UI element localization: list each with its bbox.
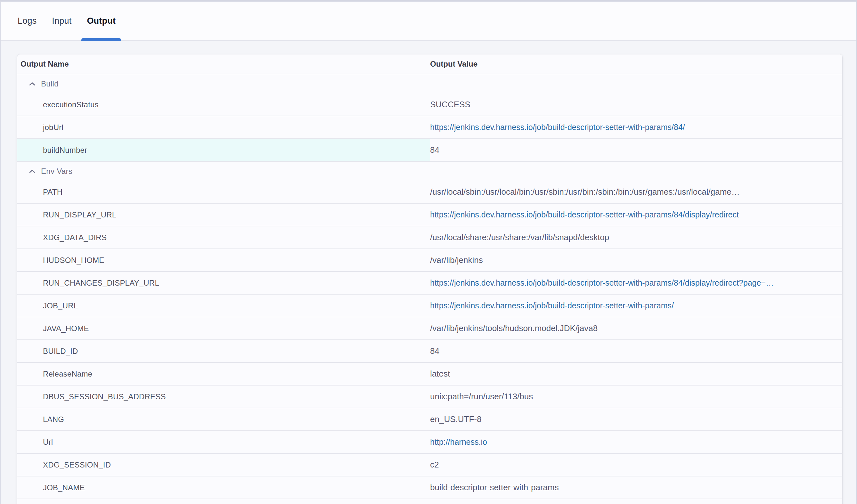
- group-toggle-env-vars[interactable]: Env Vars: [17, 162, 842, 181]
- output-name: RUN_DISPLAY_URL: [17, 204, 430, 226]
- output-value: 84: [430, 145, 439, 155]
- output-value: en_US.UTF-8: [430, 414, 481, 424]
- tab-output[interactable]: Output: [81, 2, 121, 40]
- group-toggle-build[interactable]: Build: [17, 74, 842, 94]
- table-row: LANG en_US.UTF-8: [17, 408, 842, 431]
- output-value-link[interactable]: https://jenkins.dev.harness.io/job/build…: [430, 301, 674, 310]
- output-value: 84: [430, 346, 439, 356]
- output-name: BUILD_ID: [17, 340, 430, 362]
- output-name: Url: [17, 431, 430, 453]
- table-row: HUDSON_HOME /var/lib/jenkins: [17, 249, 842, 272]
- output-table: Output Name Output Value Build execution…: [17, 54, 842, 504]
- table-row: RUN_DISPLAY_URL https://jenkins.dev.harn…: [17, 204, 842, 226]
- table-row[interactable]: buildNumber 84: [17, 139, 842, 162]
- active-tab-underline: [81, 38, 121, 41]
- chevron-up-icon: [28, 80, 36, 88]
- output-value: latest: [430, 369, 450, 379]
- table-row: JAVA_HOME /var/lib/jenkins/tools/hudson.…: [17, 317, 842, 340]
- output-value-link[interactable]: https://jenkins.dev.harness.io/job/build…: [430, 123, 685, 132]
- tab-input[interactable]: Input: [47, 2, 77, 40]
- output-name: jobUrl: [17, 116, 430, 138]
- output-value: /var/lib/jenkins: [430, 255, 483, 265]
- output-name: RUN_CHANGES_DISPLAY_URL: [17, 272, 430, 294]
- output-value: SUCCESS: [430, 100, 470, 110]
- output-name: DBUS_SESSION_BUS_ADDRESS: [17, 386, 430, 408]
- column-header-output-value: Output Value: [430, 60, 842, 68]
- column-header-output-name: Output Name: [17, 60, 430, 68]
- table-row: executionStatus SUCCESS: [17, 94, 842, 116]
- output-value: /usr/local/sbin:/usr/local/bin:/usr/sbin…: [430, 187, 740, 197]
- chevron-up-icon: [28, 167, 36, 176]
- table-row: XDG_SESSION_ID c2: [17, 454, 842, 476]
- table-row: DBUS_SESSION_BUS_ADDRESS unix:path=/run/…: [17, 386, 842, 408]
- output-value: unix:path=/run/user/113/bus: [430, 392, 533, 402]
- table-row: Url http://harness.io: [17, 431, 842, 454]
- table-row: XDG_DATA_DIRS /usr/local/share:/usr/shar…: [17, 226, 842, 249]
- table-row: jobUrl https://jenkins.dev.harness.io/jo…: [17, 116, 842, 139]
- output-value: /var/lib/jenkins/tools/hudson.model.JDK/…: [430, 323, 598, 333]
- tab-output-label: Output: [87, 16, 116, 26]
- table-row: JOB_NAME build-descriptor-setter-with-pa…: [17, 476, 842, 499]
- tab-bar: Logs Input Output: [1, 2, 856, 41]
- output-name: JAVA_HOME: [17, 317, 430, 339]
- output-name: executionStatus: [17, 94, 430, 116]
- output-name: buildNumber: [17, 139, 430, 161]
- output-name: XDG_DATA_DIRS: [17, 226, 430, 249]
- table-row: JOB_URL https://jenkins.dev.harness.io/j…: [17, 295, 842, 317]
- table-row: BUILD_ID 84: [17, 340, 842, 363]
- output-name: JOB_URL: [17, 295, 430, 317]
- output-value-link[interactable]: https://jenkins.dev.harness.io/job/build…: [430, 210, 739, 219]
- output-name: HUDSON_HOME: [17, 249, 430, 271]
- output-value-link[interactable]: https://jenkins.dev.harness.io/job/build…: [430, 278, 774, 288]
- tab-logs[interactable]: Logs: [12, 2, 42, 40]
- output-value: /usr/local/share:/usr/share:/var/lib/sna…: [430, 233, 609, 242]
- table-row: ReleaseName latest: [17, 363, 842, 386]
- table-row: PATH /usr/local/sbin:/usr/local/bin:/usr…: [17, 181, 842, 204]
- table-header: Output Name Output Value: [17, 54, 842, 74]
- table-row: RUN_CHANGES_DISPLAY_URL https://jenkins.…: [17, 272, 842, 295]
- output-name: JOB_NAME: [17, 476, 430, 499]
- output-value: build-descriptor-setter-with-params: [430, 483, 559, 492]
- output-value: c2: [430, 460, 439, 470]
- output-name: PATH: [17, 181, 430, 203]
- output-panel: Output Name Output Value Build execution…: [1, 41, 856, 504]
- output-name: LANG: [17, 408, 430, 430]
- output-name: XDG_SESSION_ID: [17, 454, 430, 476]
- group-label-build: Build: [41, 80, 58, 88]
- output-value-link[interactable]: http://harness.io: [430, 437, 487, 447]
- output-name: ReleaseName: [17, 363, 430, 385]
- group-label-env-vars: Env Vars: [41, 167, 72, 176]
